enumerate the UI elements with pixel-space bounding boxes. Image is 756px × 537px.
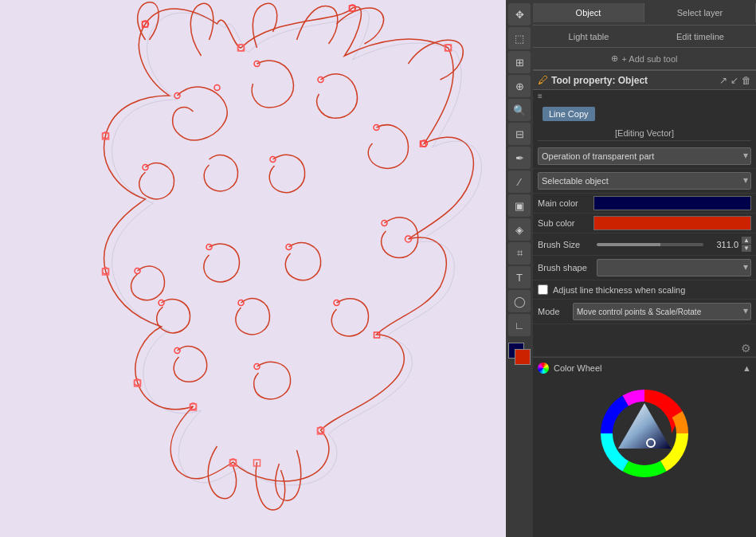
sub-color-swatch[interactable] — [593, 216, 751, 230]
settings-icon[interactable]: ⚙ — [741, 342, 751, 355]
gradient-btn[interactable]: ◈ — [508, 218, 531, 241]
grid-btn[interactable]: ⊟ — [508, 123, 531, 145]
color-wheel-header: Color Wheel ▲ — [538, 363, 751, 374]
pen-btn[interactable]: ✒ — [508, 147, 531, 169]
adjust-line-row: Adjust line thickness when scaling — [533, 280, 756, 300]
vector-btn[interactable]: ⌗ — [508, 242, 531, 265]
spacer — [533, 324, 756, 340]
color-wheel-container — [538, 378, 751, 488]
collapse-dot: ≡ — [538, 92, 543, 100]
brush-btn[interactable]: ∕ — [508, 171, 531, 193]
selectable-object-wrapper[interactable]: Selectable object — [538, 172, 751, 190]
layer-btn[interactable]: ⊞ — [508, 51, 531, 73]
tab-light-table[interactable]: Light table — [533, 29, 644, 45]
zoom-btn[interactable]: 🔍 — [508, 99, 531, 121]
brush-size-label: Brush Size — [538, 240, 593, 249]
property-header: 🖊 Tool property: Object ↗ ↙ 🗑 — [533, 71, 756, 90]
main-color-row: Main color — [533, 194, 756, 214]
move-tool-btn[interactable]: ✥ — [508, 3, 531, 25]
main-tab-row: Object Select layer — [533, 0, 756, 25]
brush-size-down[interactable]: ▼ — [742, 245, 751, 252]
brush-size-value: 311.0 — [707, 240, 738, 249]
text-btn[interactable]: T — [508, 266, 531, 288]
editing-vector-label: [Editing Vector] — [538, 126, 751, 141]
tool-property-panel: 🖊 Tool property: Object ↗ ↙ 🗑 ≡ Line Cop… — [533, 71, 756, 537]
main-color-swatch[interactable] — [593, 196, 751, 210]
color-wheel-icon — [538, 363, 549, 374]
main-color-label: Main color — [538, 198, 593, 208]
ruler-btn[interactable]: ∟ — [508, 314, 531, 336]
tab-edit-timeline[interactable]: Edit timeline — [644, 29, 756, 45]
brush-slider-wrap: 311.0 ▲ ▼ — [597, 237, 751, 252]
import-icon[interactable]: ↙ — [731, 75, 738, 86]
section-collapse-bar: ≡ — [533, 90, 756, 102]
settings-row: ⚙ — [533, 340, 756, 357]
adjust-line-label: Adjust line thickness when scaling — [553, 285, 685, 295]
top-bar: Object Select layer Light table Edit tim… — [533, 0, 756, 71]
adjust-line-checkbox[interactable] — [538, 284, 548, 295]
brush-shape-wrapper[interactable] — [597, 259, 751, 276]
sub-color-row: Sub color — [533, 214, 756, 233]
mode-label: Mode — [538, 307, 570, 316]
brush-shape-row: Brush shape — [533, 256, 756, 280]
header-icons: ↗ ↙ 🗑 — [719, 75, 751, 86]
color-wheel-section: Color Wheel ▲ — [533, 357, 756, 493]
operation-row: Operation of transparent part — [533, 144, 756, 169]
sub-color-label: Sub color — [538, 218, 593, 228]
brush-size-up[interactable]: ▲ — [742, 237, 751, 244]
mode-select[interactable]: Move control points & Scale/Rotate — [573, 303, 751, 320]
delete-icon[interactable]: 🗑 — [742, 75, 751, 86]
operation-select[interactable]: Operation of transparent part — [538, 147, 751, 165]
lasso-btn[interactable]: ◯ — [508, 290, 531, 312]
right-panel: Object Select layer Light table Edit tim… — [533, 0, 756, 537]
camera-btn[interactable]: ⊕ — [508, 75, 531, 97]
sub-tab-row: Light table Edit timeline — [533, 25, 756, 48]
line-copy-tab[interactable]: Line Copy — [543, 107, 595, 121]
canvas-area[interactable] — [0, 0, 506, 537]
fill-btn[interactable]: ▣ — [508, 194, 531, 217]
add-sub-tool-btn[interactable]: ⊕ + Add sub tool — [533, 48, 756, 70]
mode-select-wrap[interactable]: Move control points & Scale/Rotate — [573, 303, 751, 320]
color-wheel-svg[interactable] — [593, 382, 696, 485]
selectable-object-select[interactable]: Selectable object — [538, 172, 751, 190]
color-wheel-title: Color Wheel — [554, 363, 602, 373]
page-tool-btn[interactable]: ⬚ — [508, 27, 531, 49]
brush-shape-label: Brush shape — [538, 263, 593, 272]
operation-select-wrapper[interactable]: Operation of transparent part — [538, 147, 751, 165]
tab-select-layer[interactable]: Select layer — [644, 3, 756, 22]
mode-row: Mode Move control points & Scale/Rotate — [533, 300, 756, 324]
brush-shape-select[interactable] — [597, 259, 751, 276]
line-copy-tab-area: Line Copy — [533, 102, 756, 126]
brush-spinners: ▲ ▼ — [742, 237, 751, 252]
color-wheel-expand-icon[interactable]: ▲ — [742, 363, 751, 373]
selectable-object-row: Selectable object — [533, 169, 756, 194]
left-toolbar: ✥ ⬚ ⊞ ⊕ 🔍 ⊟ ✒ ∕ ▣ ◈ ⌗ T ◯ ∟ — [506, 0, 533, 537]
brush-size-row: Brush Size 311.0 ▲ ▼ — [533, 233, 756, 256]
svg-point-19 — [214, 85, 220, 91]
property-icon: 🖊 — [538, 74, 548, 86]
brush-size-slider[interactable] — [597, 243, 703, 246]
sub-color-box[interactable] — [515, 349, 531, 365]
property-title: Tool property: Object — [551, 75, 648, 86]
tab-object[interactable]: Object — [533, 3, 644, 22]
plus-icon: ⊕ — [611, 53, 618, 64]
export-icon[interactable]: ↗ — [719, 75, 727, 86]
